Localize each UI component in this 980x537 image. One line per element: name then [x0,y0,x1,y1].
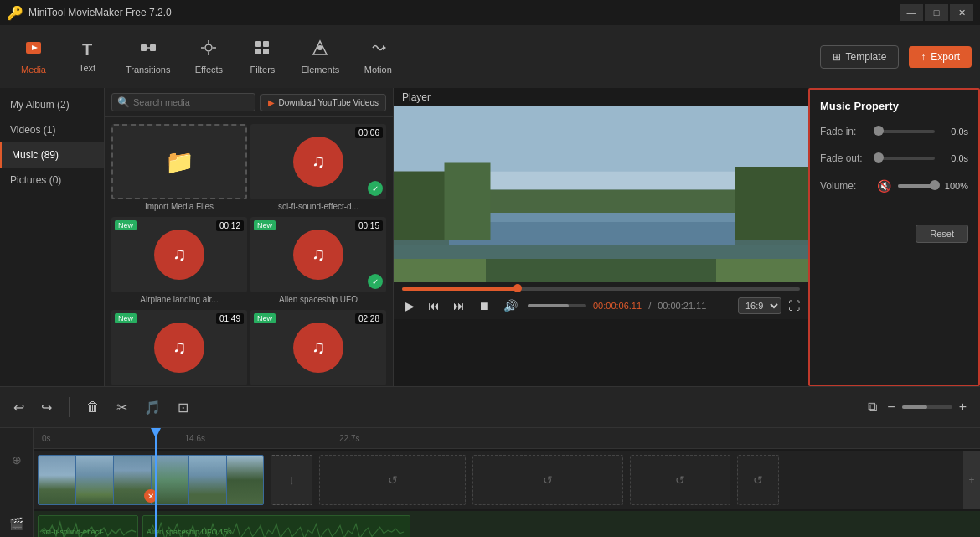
youtube-download-button[interactable]: ▶ Download YouTube Videos [260,94,386,111]
alien-check: ✓ [368,274,383,289]
item6-label [250,385,386,386]
search-input[interactable] [133,97,250,107]
titlebar: 🔑 MiniTool MovieMaker Free 7.2.0 — □ ✕ [0,0,980,25]
motion-label: Motion [364,65,392,75]
template-icon: ⊞ [833,51,841,63]
toolbar-item-motion[interactable]: Motion [353,34,403,80]
volume-slider[interactable] [528,304,586,307]
video-track: ✕ ↓ ↺ ↺ ↺ ↺ + [34,451,980,509]
zoom-controls: ⧉ − + [864,396,970,418]
ruler-mark-2: 22.7s [339,434,359,443]
delete-button[interactable]: 🗑 [83,396,103,418]
sidebar: My Album (2) Videos (1) Music (89) Pictu… [0,88,105,386]
transition-icon-1: ↓ [288,472,295,488]
search-icon: 🔍 [117,96,130,108]
svg-rect-25 [735,167,808,245]
next-button[interactable]: ⏭ [450,297,468,314]
video-clip[interactable]: ✕ [38,455,264,505]
add-video-track[interactable]: + [963,451,980,509]
redo-button[interactable]: ↪ [38,396,55,419]
undo-button[interactable]: ↩ [10,396,28,419]
fade-in-thumb[interactable] [874,126,884,136]
media-item-6[interactable]: ♫ 02:28 New [250,310,386,386]
empty-slot-1: ↺ [319,455,466,505]
progress-thumb[interactable] [513,284,522,292]
scifi-check: ✓ [368,181,383,196]
toolbar-item-filters[interactable]: Filters [237,34,287,80]
toolbar-item-transitions[interactable]: Transitions [116,34,180,80]
volume-prop-thumb[interactable] [930,180,940,190]
airplane-new: New [115,220,137,230]
filters-label: Filters [250,65,275,75]
item5-thumb: ♫ 01:49 New [111,310,247,385]
empty-slot-4: ↺ [737,455,779,505]
timeline-playhead[interactable] [155,428,157,537]
media-item-airplane[interactable]: ♫ 00:12 New Airplane landing air... [111,217,247,307]
elements-icon [311,39,329,61]
toolbar-item-media[interactable]: Media [8,34,59,80]
media-panel: 🔍 ▶ Download YouTube Videos 📁 Import Med… [105,88,394,386]
cut-button[interactable]: ✂ [113,396,131,419]
volume-button[interactable]: 🔊 [500,297,521,314]
clip-frame-1 [39,456,76,504]
minimize-button[interactable]: — [900,4,923,21]
audio-icon: 🎵 [144,400,161,415]
item5-music-icon: ♫ [154,323,204,373]
sidebar-item-music[interactable]: Music (89) [0,142,104,168]
zoom-in-button[interactable]: + [956,396,970,418]
stop-button[interactable]: ⏹ [475,297,493,314]
transition-slot-1[interactable]: ↓ [271,455,312,505]
media-item-5[interactable]: ♫ 01:49 New [111,310,247,386]
media-item-alien[interactable]: ♫ 00:15 New ✓ Alien spaceship UFO [250,217,386,307]
export-button[interactable]: ↑ Export [909,46,972,68]
svg-rect-9 [255,41,261,47]
volume-prop-slider[interactable] [898,184,935,188]
toolbar-item-effects[interactable]: Effects [183,34,234,80]
fade-in-slider[interactable] [877,130,935,133]
aspect-ratio-select[interactable]: 16:9 9:16 4:3 1:1 [738,297,781,314]
repeat-icon-1: ↺ [388,473,398,487]
zoom-slider[interactable] [902,405,952,409]
audio-detach-button[interactable]: 🎵 [141,396,164,419]
fade-out-value: 0.0s [941,153,968,163]
svg-rect-17 [394,106,808,172]
alien-thumb: ♫ 00:15 New ✓ [250,217,386,292]
fade-out-slider[interactable] [877,157,935,160]
audio-clip-2[interactable]: Alien spaceship UFO 15s [142,515,410,537]
app-title: MiniTool MovieMaker Free 7.2.0 [28,7,172,18]
close-button[interactable]: ✕ [950,4,973,21]
template-button[interactable]: ⊞ Template [820,45,900,69]
fade-out-thumb[interactable] [874,152,884,163]
reset-button[interactable]: Reset [916,225,968,243]
filters-icon [253,39,271,61]
volume-mute-icon[interactable]: 🔇 [877,179,891,193]
media-item-scifi[interactable]: ♫ 00:06 ✓ sci-fi-sound-effect-d... [250,124,386,214]
import-media-item[interactable]: 📁 Import Media Files [111,124,247,214]
sidebar-item-videos[interactable]: Videos (1) [0,117,104,142]
bottom-toolbar: ↩ ↪ 🗑 ✂ 🎵 ⊡ ⧉ − + [0,386,980,428]
toolbar-item-elements[interactable]: Elements [291,34,349,80]
import-icon: 📁 [165,148,194,176]
crop-button[interactable]: ⊡ [174,396,192,419]
zoom-layers-button[interactable]: ⧉ [864,396,880,418]
effects-icon [199,39,218,61]
elements-label: Elements [301,65,339,75]
zoom-out-button[interactable]: − [884,396,898,418]
audio-clip-1[interactable]: sci-fi-sound-effect- [38,515,138,537]
prev-button[interactable]: ⏮ [425,297,443,314]
import-thumb: 📁 [111,124,247,199]
video-player [394,106,808,282]
play-button[interactable]: ▶ [402,297,418,314]
fullscreen-button[interactable]: ⛶ [788,299,800,312]
ruler-mark-0: 0s [42,434,51,443]
timeline: ⊕ 🎬 ♫ 0s 14.6s 22.7s ✕ [0,428,980,537]
svg-rect-11 [255,49,261,54]
total-time: / [648,301,651,311]
maximize-button[interactable]: □ [925,4,948,21]
progress-bar[interactable] [402,287,800,291]
sidebar-item-pictures[interactable]: Pictures (0) [0,168,104,193]
sidebar-item-myalbum[interactable]: My Album (2) [0,92,104,117]
volume-label: Volume: [820,180,870,192]
alien-new: New [254,220,276,230]
toolbar-item-text[interactable]: T Text [62,35,112,78]
